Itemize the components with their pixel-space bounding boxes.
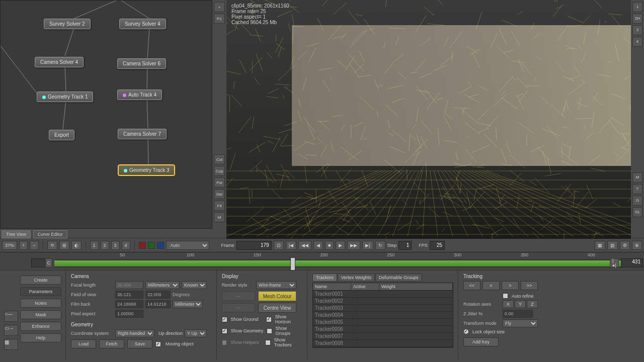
- play-last[interactable]: ▶|: [362, 241, 373, 250]
- layout-3[interactable]: 3: [111, 241, 120, 250]
- play-back[interactable]: ◀: [313, 241, 323, 250]
- view-c[interactable]: ⚙: [620, 241, 630, 250]
- node-camera-solver-4[interactable]: Camera Solver 4: [35, 57, 84, 67]
- rtool-t[interactable]: T: [632, 184, 642, 194]
- viewport-3d[interactable]: clip04_85mm: 2061x1160 Frame rate= 25 Pi…: [226, 0, 631, 239]
- lock-object-radio[interactable]: [463, 329, 469, 334]
- play-stop[interactable]: ■: [325, 241, 334, 250]
- rtool-1[interactable]: 1: [632, 2, 642, 12]
- track-prev2[interactable]: <<: [463, 281, 480, 290]
- renderstyle-select[interactable]: Wire-frame: [256, 281, 296, 289]
- help-button[interactable]: Help: [20, 333, 61, 342]
- midbtn-c[interactable]: ◐: [71, 241, 82, 250]
- color-r[interactable]: [139, 242, 146, 249]
- filmback-unit[interactable]: Millimeters: [173, 300, 203, 308]
- tool-paste[interactable]: Pst: [214, 177, 225, 188]
- moving-object-check[interactable]: [155, 341, 161, 347]
- timeline-end-btn[interactable]: |●|: [610, 258, 619, 267]
- rtool-4[interactable]: 4: [632, 37, 642, 47]
- tracker-row[interactable]: Tracker0004: [313, 312, 453, 319]
- track-prev[interactable]: <: [482, 281, 500, 290]
- play-first[interactable]: |◀: [286, 241, 296, 250]
- tracker-row[interactable]: Tracker0009: [313, 347, 453, 348]
- rtool-2h[interactable]: 2H: [632, 14, 642, 24]
- show-ground-check[interactable]: [222, 317, 227, 322]
- updir-select[interactable]: Y Up: [185, 329, 207, 337]
- fps-field[interactable]: [430, 241, 445, 250]
- auto-refine-check[interactable]: [503, 293, 508, 299]
- create-button[interactable]: Create: [20, 276, 61, 285]
- icon-tool-3[interactable]: ▦: [4, 339, 18, 350]
- frame-field[interactable]: [236, 241, 272, 250]
- tool-plus[interactable]: +: [214, 2, 225, 12]
- tracker-row[interactable]: Tracker0008: [313, 340, 453, 347]
- layout-2[interactable]: 2: [101, 241, 109, 250]
- focal-unit[interactable]: Millimeters: [145, 281, 180, 289]
- tool-copy[interactable]: Cop: [214, 166, 225, 176]
- view-a[interactable]: ▦: [595, 241, 605, 250]
- node-camera-solver-6[interactable]: Camera Solver 6: [117, 58, 166, 69]
- play-loop[interactable]: ↻: [375, 241, 385, 250]
- show-groups-check[interactable]: [267, 328, 272, 334]
- tool-m[interactable]: M: [214, 212, 225, 222]
- tab-tree-view[interactable]: Tree View: [2, 230, 31, 238]
- tracker-row[interactable]: Tracker0003: [313, 305, 453, 312]
- show-geometry-check[interactable]: [222, 328, 227, 334]
- zjitter-field[interactable]: [503, 310, 533, 318]
- node-export[interactable]: Export: [49, 130, 74, 140]
- color-b[interactable]: [157, 242, 164, 249]
- tab-trackers[interactable]: Trackers: [312, 274, 337, 282]
- tool-fit[interactable]: Fit: [214, 201, 225, 211]
- auto-select[interactable]: Auto: [166, 241, 209, 250]
- node-geometry-track-3[interactable]: Geometry Track 3: [118, 165, 175, 175]
- tracker-row[interactable]: Tracker0007: [313, 333, 453, 340]
- play-next[interactable]: ▶▶: [347, 241, 360, 250]
- node-tree-panel[interactable]: Survey Solver 2 Survey Solver 4 Camera S…: [0, 0, 212, 229]
- centre-view-button[interactable]: Centre View: [258, 303, 296, 313]
- tracker-row[interactable]: Tracker0005: [313, 319, 453, 326]
- tracker-list[interactable]: NameActiveWeight Tracker0001Tracker0002T…: [312, 283, 453, 348]
- view-b[interactable]: ▥: [607, 241, 618, 250]
- enhance-button[interactable]: Enhance: [20, 322, 61, 331]
- axis-z[interactable]: Z: [527, 300, 538, 308]
- zoom-display[interactable]: 37%: [2, 241, 17, 250]
- zoom-plus[interactable]: +: [19, 241, 28, 250]
- parameters-button[interactable]: Parameters: [20, 287, 61, 296]
- mask-button[interactable]: Mask: [20, 310, 61, 319]
- tracker-row[interactable]: Tracker0001: [313, 291, 453, 298]
- tool-p1[interactable]: P1: [214, 14, 225, 24]
- add-key-button[interactable]: Add Key: [463, 337, 499, 346]
- save-button[interactable]: Save: [127, 339, 152, 348]
- mesh-colour-button[interactable]: Mesh Colour: [258, 291, 296, 301]
- node-geometry-track-1[interactable]: Geometry Track 1: [37, 92, 93, 102]
- transform-mode-select[interactable]: Fly: [503, 319, 538, 327]
- axis-x[interactable]: X: [503, 300, 514, 308]
- play-fwd[interactable]: ▶: [336, 241, 345, 250]
- layout-4[interactable]: 4: [122, 241, 130, 250]
- midbtn-b[interactable]: ⊞: [59, 241, 69, 250]
- tracker-row[interactable]: Tracker0006: [313, 326, 453, 333]
- frame-link[interactable]: ⊡: [274, 241, 284, 250]
- node-survey-solver-2[interactable]: Survey Solver 2: [44, 19, 91, 29]
- step-field[interactable]: [398, 241, 412, 250]
- rtool-3[interactable]: 3: [632, 25, 642, 35]
- show-trackers-check[interactable]: [265, 340, 270, 345]
- tab-vertex-weights[interactable]: Vertex Weights: [338, 274, 375, 282]
- notes-button[interactable]: Notes: [20, 299, 61, 308]
- coord-select[interactable]: Right-handed: [115, 329, 154, 337]
- track-next2[interactable]: >>: [521, 281, 538, 290]
- layout-1[interactable]: 1: [90, 241, 99, 250]
- fetch-button[interactable]: Fetch: [99, 339, 124, 348]
- load-button[interactable]: Load: [71, 339, 96, 348]
- rtool-m[interactable]: M: [632, 172, 642, 183]
- view-d[interactable]: ⊕: [632, 241, 642, 250]
- tool-delete[interactable]: Del: [214, 189, 225, 199]
- midbtn-a[interactable]: ⟲: [47, 241, 57, 250]
- focal-known[interactable]: Known: [182, 281, 207, 289]
- tool-cut[interactable]: Cut: [214, 154, 225, 164]
- tab-deformable-groups[interactable]: Deformable Groups: [375, 274, 422, 282]
- show-horizon-check[interactable]: [266, 317, 272, 322]
- timeline[interactable]: C 50100150200250300350400 |●| 431: [0, 252, 644, 270]
- node-auto-track-4[interactable]: Auto Track 4: [117, 89, 162, 100]
- node-survey-solver-4[interactable]: Survey Solver 4: [119, 19, 166, 29]
